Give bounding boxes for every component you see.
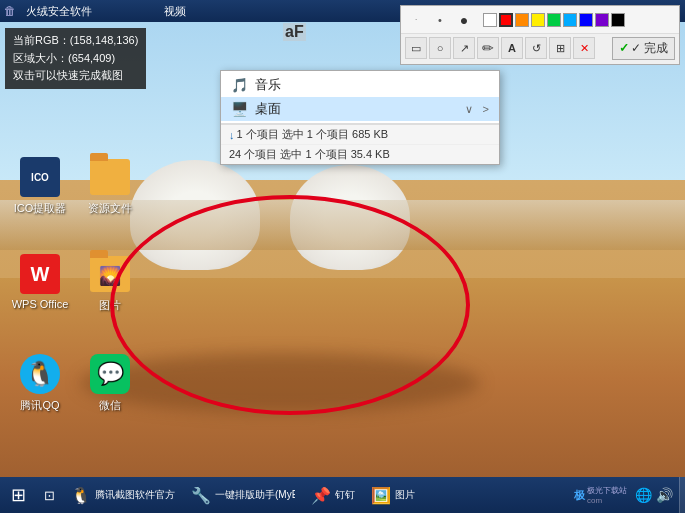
tool-brush[interactable]: ✏ [477,37,499,59]
tool-arrow[interactable]: ↗ [453,37,475,59]
statusbar-1: ↓ 1 个项目 选中 1 个项目 685 KB [221,124,499,144]
image-app-icon: 🖼️ [371,486,391,505]
dropdown-scroll: > [483,103,489,115]
tool-rect[interactable]: ▭ [405,37,427,59]
screenshot-app-label: 腾讯截图软件官方... [95,488,175,502]
tray-speaker[interactable]: 🔊 [656,487,673,503]
desktop-icon-wps[interactable]: W WPS Office [5,252,75,310]
down-arrow-1: ↓ [229,129,235,141]
wechat-label: 微信 [99,398,121,413]
wps-label: WPS Office [12,298,69,310]
desktop-folder-icon: 🖥️ [231,101,249,117]
taskbar-task-switcher[interactable]: ⊡ [36,479,63,511]
check-icon: ✓ [619,41,629,55]
status-text-2: 24 个项目 选中 1 个项目 35.4 KB [229,147,390,162]
size-info: 区域大小：(654,409) [13,50,138,68]
pic-label: 图片 [99,298,121,313]
color-green[interactable] [547,13,561,27]
music-icon: 🎵 [231,77,249,93]
desktop-icon-resource[interactable]: 资源文件 [75,155,145,216]
resource-icon [88,155,132,199]
complete-button[interactable]: ✓ ✓ 完成 [612,37,675,60]
resource-label: 资源文件 [88,201,132,216]
screenshot-app-icon: 🐧 [71,486,91,505]
color-yellow[interactable] [531,13,545,27]
size-large[interactable]: ● [453,9,475,31]
color-white[interactable] [483,13,497,27]
qq-label: 腾讯QQ [20,398,59,413]
size-small[interactable]: · [405,9,427,31]
typeset-icon: 🔧 [191,486,211,505]
taskbar: ⊞ ⊡ 🐧 腾讯截图软件官方... 🔧 一键排版助手(MyE... 📌 钉钉 🖼… [0,477,685,513]
hint-text: 双击可以快速完成截图 [13,67,138,85]
toolbar-color-row: · • ● [401,6,679,34]
status-text-1: 1 个项目 选中 1 个项目 685 KB [237,127,389,142]
color-blue[interactable] [579,13,593,27]
taskbar-item-dingding[interactable]: 📌 钉钉 [303,479,363,511]
tray-network[interactable]: 🌐 [635,487,652,503]
info-tooltip: 当前RGB：(158,148,136) 区域大小：(654,409) 双击可以快… [5,28,146,89]
tool-eraser[interactable]: ✕ [573,37,595,59]
taskbar-item-typeset[interactable]: 🔧 一键排版助手(MyE... [183,479,303,511]
size-medium[interactable]: • [429,9,451,31]
taskbar-item-image[interactable]: 🖼️ 图片 [363,479,423,511]
typeset-label: 一键排版助手(MyE... [215,488,295,502]
dropdown-arrow: ∨ [465,103,473,116]
file-dropdown: 🎵 音乐 🖥️ 桌面 ∨ > ↓ 1 个项目 选中 1 个项目 685 KB 2… [220,70,500,165]
wps-icon: W [18,252,62,296]
rgb-info: 当前RGB：(158,148,136) [13,32,138,50]
top-menu-separator: 视频 [158,4,192,19]
desktop-icon-wechat[interactable]: 💬 微信 [75,352,145,413]
image-app-label: 图片 [395,488,415,502]
tool-mosaic[interactable]: ⊞ [549,37,571,59]
screenshot-toolbar: · • ● ▭ ○ ↗ ✏ A ↺ ⊞ ✕ ✓ ✓ 完成 [400,5,680,65]
jiguang-icon: 极 [574,488,585,503]
jiguang-url: com [587,496,627,505]
top-menu-security[interactable]: 火绒安全软件 [20,4,98,19]
color-purple[interactable] [595,13,609,27]
jiguang-label: 极光下载站 [587,485,627,496]
desktop-icon-qq[interactable]: 🐧 腾讯QQ [5,352,75,413]
statusbar-2: 24 个项目 选中 1 个项目 35.4 KB [221,144,499,164]
dropdown-item-music[interactable]: 🎵 音乐 [221,73,499,97]
taskbar-item-screenshot[interactable]: 🐧 腾讯截图软件官方... [63,479,183,511]
jiguang-tray[interactable]: 极 极光下载站 com [570,485,631,505]
wechat-icon: 💬 [88,352,132,396]
show-desktop-button[interactable] [679,477,685,513]
tool-text[interactable]: A [501,37,523,59]
top-recycle-icon: 🗑 [0,4,20,18]
desktop-label: 桌面 [255,100,281,118]
toolbar-tools-row: ▭ ○ ↗ ✏ A ↺ ⊞ ✕ ✓ ✓ 完成 [401,34,679,62]
tool-ellipse[interactable]: ○ [429,37,451,59]
color-orange[interactable] [515,13,529,27]
dingding-label: 钉钉 [335,488,355,502]
af-text: aF [283,23,306,41]
pic-folder-icon: 🌄 [88,252,132,296]
desktop-icon-ico[interactable]: ICO ICO提取器 [5,155,75,216]
dingding-icon: 📌 [311,486,331,505]
color-lightblue[interactable] [563,13,577,27]
qq-icon: 🐧 [18,352,62,396]
tool-marker[interactable]: ↺ [525,37,547,59]
dropdown-item-desktop[interactable]: 🖥️ 桌面 ∨ > [221,97,499,121]
complete-label: ✓ 完成 [631,40,668,57]
color-black[interactable] [611,13,625,27]
ico-label: ICO提取器 [14,201,67,216]
desktop-icon-pic[interactable]: 🌄 图片 [75,252,145,313]
task-switcher-icon: ⊡ [44,488,55,503]
start-button[interactable]: ⊞ [0,477,36,513]
ico-icon: ICO [18,155,62,199]
color-red[interactable] [499,13,513,27]
taskbar-button-area: 🐧 腾讯截图软件官方... 🔧 一键排版助手(MyE... 📌 钉钉 🖼️ 图片 [63,477,564,513]
system-tray: 极 极光下载站 com 🌐 🔊 [564,485,679,505]
windows-icon: ⊞ [11,484,26,506]
dropdown-menu: 🎵 音乐 🖥️ 桌面 ∨ > [221,71,499,124]
music-label: 音乐 [255,76,281,94]
